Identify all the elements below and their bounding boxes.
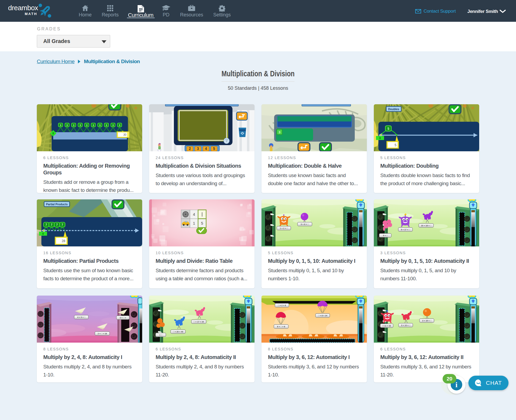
- svg-text:□ × 8 = 24: □ × 8 = 24: [318, 314, 327, 317]
- svg-text:Doubles: Doubles: [388, 107, 399, 111]
- svg-text:2: 2: [189, 146, 191, 151]
- svg-text:5: 5: [213, 146, 215, 151]
- svg-text:5 × 17 = □: 5 × 17 = □: [401, 228, 410, 231]
- svg-text:3: 3: [93, 124, 94, 127]
- svg-text:3: 3: [119, 124, 120, 127]
- svg-text:6 × □ = 6: 6 × □ = 6: [277, 325, 285, 328]
- svg-text:4 × □ =: 4 × □ =: [120, 317, 126, 319]
- svg-text:5: 5: [201, 221, 203, 225]
- svg-text:0: 0: [379, 137, 381, 140]
- svg-text:= □: = □: [159, 334, 162, 336]
- svg-text:4: 4: [193, 212, 195, 217]
- svg-text:× 11 = 33: × 11 = 33: [382, 325, 391, 327]
- svg-text:1 × 2 = □: 1 × 2 = □: [280, 227, 288, 229]
- svg-text:3 × 13 = □: 3 × 13 = □: [401, 324, 410, 326]
- svg-text:7: 7: [56, 223, 58, 226]
- svg-text:3: 3: [60, 124, 61, 127]
- svg-text:□ × 20 = 40: □ × 20 = 40: [173, 331, 183, 333]
- svg-text:3: 3: [80, 124, 81, 127]
- svg-text:3: 3: [197, 146, 199, 151]
- svg-text:Partial Products: Partial Products: [46, 203, 68, 206]
- svg-text:4 × 9 = □: 4 × 9 = □: [77, 316, 85, 318]
- svg-text:28: 28: [62, 239, 66, 243]
- svg-text:5: 5: [395, 143, 396, 147]
- svg-text:0: 0: [52, 132, 54, 135]
- svg-text:3: 3: [99, 124, 101, 127]
- svg-text:2 × □ = 18: 2 × □ = 18: [98, 332, 107, 335]
- svg-text:3: 3: [73, 124, 74, 127]
- svg-text:3: 3: [106, 124, 107, 127]
- svg-text:0: 0: [42, 232, 44, 235]
- svg-text:3: 3: [279, 131, 280, 134]
- svg-text:0 × 6 = □: 0 × 6 = □: [301, 223, 309, 225]
- svg-text:□ × 17 = 34: □ × 17 = 34: [194, 321, 204, 323]
- svg-text:3 × 15 = □: 3 × 15 = □: [422, 320, 432, 322]
- svg-text:3: 3: [112, 124, 114, 127]
- svg-text:0: 0: [226, 141, 227, 142]
- svg-text:9 = □: 9 = □: [383, 234, 388, 237]
- svg-text:30: 30: [123, 133, 127, 136]
- svg-text:7: 7: [51, 223, 52, 226]
- svg-text:□ × 2 = 6: □ × 2 = 6: [278, 304, 286, 307]
- svg-text:5: 5: [388, 127, 389, 131]
- svg-text:1: 1: [193, 221, 195, 225]
- svg-text:4: 4: [205, 146, 207, 151]
- svg-text:3: 3: [66, 124, 68, 127]
- svg-text:7: 7: [62, 223, 63, 226]
- svg-text:7: 7: [45, 223, 47, 226]
- svg-text:10 × 18 = □: 10 × 18 = □: [421, 224, 431, 227]
- svg-text:3: 3: [86, 124, 87, 127]
